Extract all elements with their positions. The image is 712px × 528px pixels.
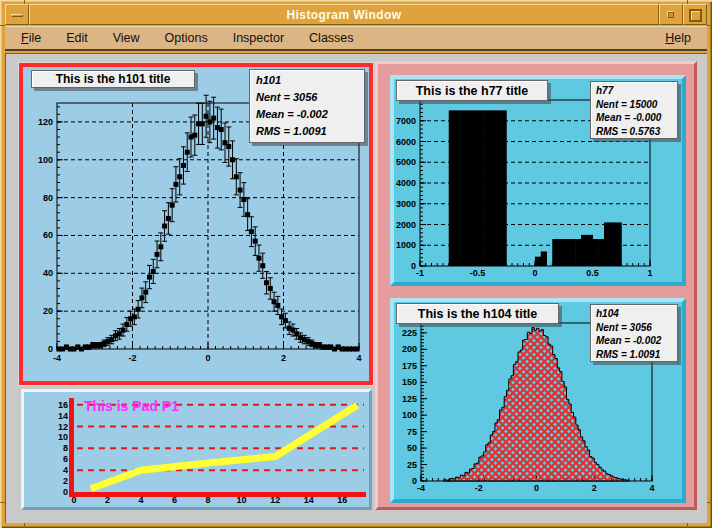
svg-text:12: 12 [58,422,68,432]
svg-text:0: 0 [63,487,68,497]
stats-line: Nent = 3056 [596,321,672,335]
svg-text:75: 75 [407,427,417,437]
svg-text:100: 100 [38,155,53,165]
svg-text:7000: 7000 [396,116,416,126]
svg-text:4: 4 [649,483,654,493]
svg-text:5000: 5000 [396,157,416,167]
h104-stats-box[interactable]: h104 Nent = 3056 Mean = -0.002 RMS = 1.0… [590,304,678,362]
svg-text:-4: -4 [53,353,61,363]
menu-item-inspector[interactable]: Inspector [233,31,284,45]
svg-text:2: 2 [281,353,286,363]
window-title-area[interactable]: Histogram Window [29,4,659,25]
svg-text:2: 2 [105,495,110,505]
svg-text:200: 200 [402,344,417,354]
window-title: Histogram Window [287,8,402,22]
svg-text:0.5: 0.5 [586,268,599,278]
svg-text:1: 1 [647,268,652,278]
svg-text:40: 40 [43,268,53,278]
pad-p1[interactable]: 02468101214160246810121416 This is Pad P… [21,389,372,510]
menu-item-view[interactable]: View [113,31,140,45]
minimize-button[interactable] [659,4,683,25]
h104-title: This is the h104 title [418,307,537,321]
svg-text:50: 50 [407,443,417,453]
stats-line: Mean = -0.000 [596,111,672,125]
svg-text:0: 0 [532,268,537,278]
svg-text:14: 14 [304,495,314,505]
stats-line: Mean = -0.002 [256,106,358,123]
h77-stats-box[interactable]: h77 Nent = 15000 Mean = -0.000 RMS = 0.5… [590,81,678,139]
svg-text:80: 80 [43,193,53,203]
svg-text:225: 225 [402,328,417,338]
svg-text:0: 0 [412,476,417,486]
stats-line: Mean = -0.002 [596,334,672,348]
h101-title: This is the h101 title [56,72,171,86]
svg-text:-1: -1 [416,268,424,278]
menu-item-file[interactable]: File [21,31,41,45]
h101-title-box[interactable]: This is the h101 title [31,70,195,88]
titlebar[interactable]: Histogram Window [5,4,707,25]
menu-item-edit[interactable]: Edit [66,31,88,45]
h104-title-box[interactable]: This is the h104 title [396,303,559,324]
stats-line: Nent = 15000 [596,98,672,112]
h77-title-box[interactable]: This is the h77 title [396,80,548,101]
svg-text:0: 0 [71,495,76,505]
svg-text:2: 2 [592,483,597,493]
chart-p1: 02468101214160246810121416 [24,392,369,507]
svg-text:25: 25 [407,460,417,470]
canvas-area[interactable]: -4-2024020406080100120 This is the h101 … [5,53,707,523]
svg-text:3000: 3000 [396,199,416,209]
frame-notch [687,523,688,528]
svg-text:8: 8 [206,495,211,505]
svg-text:120: 120 [38,117,53,127]
pad-right-panel[interactable]: -1-0.500.5101000200030004000500060007000… [375,61,697,510]
svg-text:4000: 4000 [396,178,416,188]
pad-h104[interactable]: -4-20240255075100125150175200225 This is… [390,298,686,503]
svg-text:20: 20 [43,306,53,316]
svg-text:8: 8 [63,443,68,453]
menu-item-help[interactable]: Help [665,31,691,45]
maximize-button[interactable] [683,4,707,25]
stats-line: h77 [596,84,672,98]
minimize-icon [668,12,674,18]
svg-text:0: 0 [411,261,416,271]
svg-text:-4: -4 [417,483,425,493]
svg-text:4: 4 [139,495,144,505]
svg-text:-2: -2 [128,353,136,363]
stats-line: RMS = 1.0091 [256,123,358,140]
svg-text:4: 4 [63,465,68,475]
window-menu-dash-icon [11,14,23,17]
svg-text:2: 2 [63,476,68,486]
stats-line: RMS = 1.0091 [596,348,672,362]
menu-item-options[interactable]: Options [165,31,208,45]
maximize-icon [689,9,702,22]
svg-text:16: 16 [337,495,347,505]
svg-text:0: 0 [48,344,53,354]
frame-notch [707,502,712,503]
stats-line: Nent = 3056 [256,89,358,106]
h77-title: This is the h77 title [416,84,529,98]
stats-line: h104 [596,307,672,321]
svg-text:4: 4 [356,353,361,363]
stats-line: RMS = 0.5763 [596,125,672,139]
svg-text:12: 12 [270,495,280,505]
h101-stats-box[interactable]: h101 Nent = 3056 Mean = -0.002 RMS = 1.0… [249,69,365,143]
window-frame: Histogram Window File Edit View Options … [0,0,712,528]
svg-text:150: 150 [402,377,417,387]
svg-text:10: 10 [237,495,247,505]
svg-text:10: 10 [58,432,68,442]
menu-item-classes[interactable]: Classes [309,31,353,45]
svg-text:175: 175 [402,361,417,371]
svg-text:0: 0 [534,483,539,493]
svg-text:2000: 2000 [396,220,416,230]
svg-text:-2: -2 [475,483,483,493]
pad-h77[interactable]: -1-0.500.5101000200030004000500060007000… [390,75,686,286]
svg-text:100: 100 [402,410,417,420]
svg-text:125: 125 [402,394,417,404]
frame-notch [707,25,712,26]
pad-h101[interactable]: -4-2024020406080100120 This is the h101 … [19,63,373,385]
svg-text:-0.5: -0.5 [470,268,486,278]
svg-text:6: 6 [172,495,177,505]
svg-text:0: 0 [205,353,210,363]
window-menu-button[interactable] [5,4,29,25]
svg-text:6: 6 [63,454,68,464]
